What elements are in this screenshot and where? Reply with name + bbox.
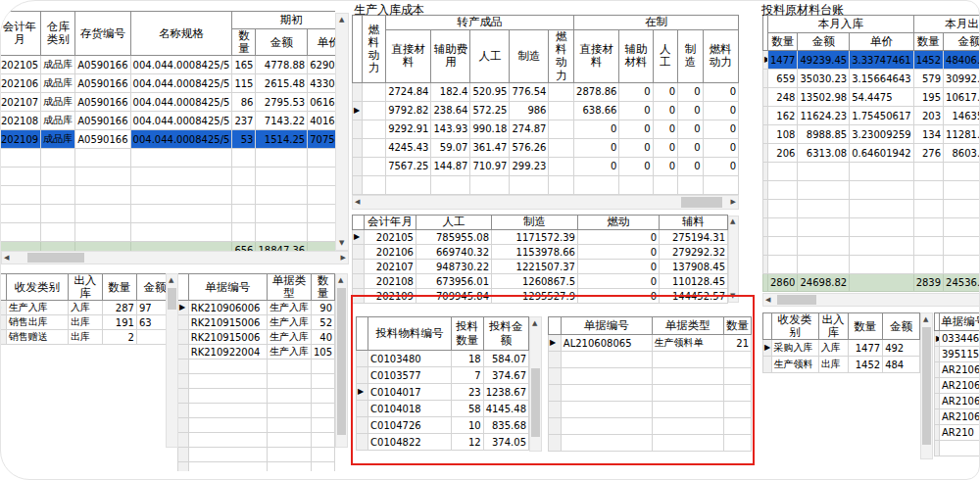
cell[interactable]: 287	[102, 301, 136, 315]
cell[interactable]	[232, 186, 256, 205]
row-selector[interactable]	[549, 385, 562, 402]
cell[interactable]	[549, 175, 574, 194]
stock-grid-vscrollbar[interactable]: ▲ ▼	[335, 13, 349, 251]
cell[interactable]: 202108	[0, 112, 41, 130]
cell[interactable]: 520.95	[470, 82, 510, 101]
cell[interactable]: 0	[678, 138, 704, 157]
cell[interactable]: 0	[703, 82, 738, 101]
cell[interactable]: 0	[653, 82, 678, 101]
cell[interactable]: 入库	[69, 301, 103, 315]
cell[interactable]	[798, 181, 850, 200]
cell[interactable]	[798, 218, 850, 237]
cell[interactable]: 12	[451, 434, 483, 451]
cell[interactable]: 144.87	[431, 157, 470, 175]
row-selector[interactable]	[353, 274, 365, 289]
cell[interactable]: 0	[653, 138, 678, 157]
cell[interactable]	[561, 435, 652, 452]
cell[interactable]: 1260867.5	[492, 274, 578, 289]
cell[interactable]	[768, 181, 798, 200]
cell[interactable]: RK210915006	[188, 315, 267, 330]
cell[interactable]	[188, 389, 267, 404]
cell[interactable]	[913, 181, 943, 200]
cell[interactable]: 1221507.37	[492, 260, 578, 274]
cell[interactable]	[267, 448, 311, 462]
cell[interactable]	[0, 223, 41, 242]
cell[interactable]: 673956.01	[416, 274, 492, 289]
monthly-cost-vscrollbar[interactable]: ▲ ▼	[728, 216, 739, 303]
cell[interactable]: A0590166	[75, 74, 130, 93]
row-selector[interactable]	[763, 200, 768, 218]
cell[interactable]: 8988.85	[798, 125, 850, 144]
scrollbar-thumb[interactable]	[168, 288, 176, 310]
cell[interactable]: 191	[102, 315, 136, 330]
cell[interactable]: 710.97	[470, 157, 510, 175]
cell[interactable]: 54.4475	[850, 88, 913, 107]
cell[interactable]: 4245.43	[386, 138, 431, 157]
row-selector[interactable]	[178, 360, 189, 374]
row-selector[interactable]	[178, 315, 189, 330]
cell[interactable]	[75, 168, 130, 186]
cell[interactable]	[311, 404, 334, 418]
row-selector[interactable]: ▶	[178, 301, 189, 315]
cell[interactable]	[652, 402, 724, 418]
cell[interactable]: 0	[678, 101, 704, 120]
cell[interactable]	[362, 120, 385, 138]
cell[interactable]: 0	[703, 120, 738, 138]
cell[interactable]: 10617.26	[944, 88, 980, 107]
cell[interactable]: 162	[768, 107, 798, 125]
cell[interactable]: 0	[574, 138, 619, 157]
cell[interactable]	[0, 205, 41, 223]
cell[interactable]: 3.23009259	[850, 125, 913, 144]
row-selector[interactable]	[357, 417, 368, 434]
row-selector[interactable]	[549, 435, 562, 452]
cell[interactable]: 948730.22	[416, 260, 492, 274]
row-selector[interactable]	[178, 389, 189, 404]
stock-inout-vscrollbar[interactable]: ▲	[166, 273, 178, 448]
cell[interactable]: 374.05	[483, 434, 528, 451]
cell[interactable]	[256, 149, 308, 168]
cell[interactable]: C0104822	[368, 434, 452, 451]
cell[interactable]: 237	[232, 112, 256, 130]
cell[interactable]	[311, 418, 334, 433]
row-selector[interactable]: ▶	[763, 51, 768, 70]
cell[interactable]: 7143.22	[256, 112, 308, 130]
cell[interactable]	[940, 441, 980, 456]
row-selector[interactable]	[357, 367, 368, 384]
row-selector[interactable]	[178, 462, 189, 471]
cell[interactable]	[308, 205, 335, 223]
cell[interactable]: C0104017	[368, 384, 452, 401]
cell[interactable]: 1452	[848, 357, 883, 373]
row-selector[interactable]	[353, 138, 363, 157]
cell[interactable]	[944, 237, 980, 256]
cell[interactable]: 248	[768, 88, 798, 107]
row-selector[interactable]	[353, 82, 363, 101]
cell[interactable]: 10	[451, 417, 483, 434]
cell[interactable]: 0	[653, 120, 678, 138]
cell[interactable]: 990.18	[470, 120, 510, 138]
cell[interactable]: 433043	[308, 74, 335, 93]
cell[interactable]: 1.75450617	[850, 107, 913, 125]
cell[interactable]: 0	[703, 101, 738, 120]
row-selector[interactable]	[763, 181, 768, 200]
cell[interactable]	[652, 352, 724, 368]
row-selector[interactable]	[353, 157, 363, 175]
cell[interactable]	[944, 200, 980, 218]
cell[interactable]: AR2106	[940, 378, 980, 394]
cell[interactable]: 1171572.39	[492, 230, 578, 245]
row-selector[interactable]: ▶	[353, 230, 365, 245]
cell[interactable]: 13502.98	[798, 88, 850, 107]
cell[interactable]: 0	[653, 101, 678, 120]
cell[interactable]: 144452.57	[660, 289, 728, 304]
cell[interactable]: 生产领料单	[652, 335, 724, 352]
scroll-down-icon[interactable]: ▼	[730, 293, 735, 300]
cell[interactable]	[232, 149, 256, 168]
row-selector[interactable]	[357, 401, 368, 417]
cell[interactable]: 401687	[308, 112, 335, 130]
cell[interactable]: 7567.25	[386, 157, 431, 175]
stock-docs-vscrollbar[interactable]: ▲	[335, 273, 348, 448]
cell[interactable]	[652, 385, 724, 402]
cell[interactable]	[0, 186, 41, 205]
cell[interactable]: 361.47	[470, 138, 510, 157]
cell[interactable]	[913, 237, 943, 256]
cell[interactable]	[267, 389, 311, 404]
